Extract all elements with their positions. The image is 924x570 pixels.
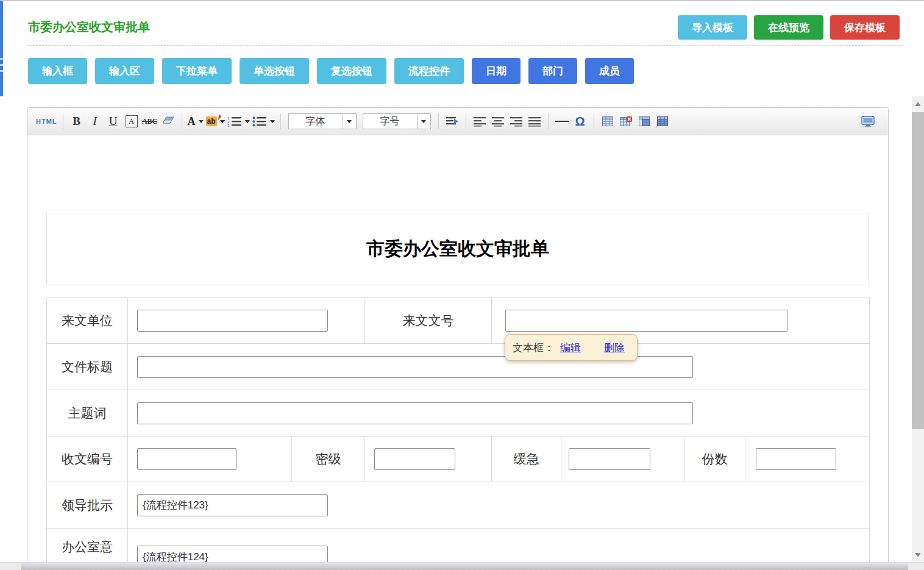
table-properties-icon bbox=[657, 116, 668, 126]
horizontal-rule-button[interactable] bbox=[554, 112, 570, 130]
vertical-scrollbar-thumb[interactable] bbox=[912, 112, 924, 429]
cell-properties-icon bbox=[639, 116, 650, 126]
online-preview-button[interactable]: 在线预览 bbox=[754, 15, 823, 40]
table-row: 收文编号 密级 缓急 份数 bbox=[47, 436, 870, 482]
omega-icon: Ω bbox=[575, 115, 585, 129]
source-code-button[interactable]: HTML bbox=[36, 112, 57, 130]
fullscreen-button[interactable] bbox=[860, 112, 876, 130]
dropdown-caret-icon bbox=[245, 120, 250, 123]
special-char-button[interactable]: Ω bbox=[572, 112, 588, 130]
font-color-icon: A bbox=[188, 115, 196, 128]
copies-input[interactable] bbox=[756, 448, 836, 470]
underline-button[interactable]: U bbox=[105, 112, 121, 130]
widget-toolbox: 输入框 输入区 下拉菜单 单选按钮 复选按钮 流程控件 日期 部门 成员 bbox=[28, 58, 634, 84]
unordered-list-button[interactable] bbox=[252, 112, 275, 130]
indent-icon bbox=[446, 116, 459, 127]
underline-icon: U bbox=[109, 115, 118, 128]
sidebar-edge-mark bbox=[0, 64, 3, 66]
arrow-up-icon bbox=[915, 102, 921, 106]
table-row: 领导批示 bbox=[47, 482, 870, 529]
secrecy-label: 密级 bbox=[292, 436, 365, 482]
font-size-select[interactable]: 字号 bbox=[363, 113, 431, 129]
toolbox-flow-control-button[interactable]: 流程控件 bbox=[394, 58, 464, 84]
remove-format-button[interactable] bbox=[160, 112, 176, 130]
toolbox-member-button[interactable]: 成员 bbox=[585, 58, 634, 84]
toolbox-textarea-button[interactable]: 输入区 bbox=[95, 58, 154, 84]
fullscreen-icon bbox=[861, 116, 875, 127]
align-center-icon bbox=[491, 116, 505, 127]
horizontal-scrollbar[interactable] bbox=[0, 562, 924, 570]
font-color-button[interactable]: A bbox=[188, 112, 204, 130]
cell-properties-button[interactable] bbox=[636, 112, 652, 130]
delete-table-icon bbox=[620, 116, 632, 126]
editor-canvas[interactable]: 市委办公室收文审批单 来文单位 来文文号 文件标题 主题词 收文 bbox=[27, 135, 888, 570]
arrow-down-icon bbox=[915, 553, 921, 557]
italic-icon: I bbox=[93, 115, 96, 128]
strikethrough-icon: ABC bbox=[142, 117, 157, 126]
align-left-icon bbox=[473, 116, 486, 127]
bold-icon: B bbox=[73, 115, 80, 128]
secrecy-input[interactable] bbox=[374, 448, 455, 470]
toolbox-checkbox-button[interactable]: 复选按钮 bbox=[317, 58, 386, 84]
align-justify-button[interactable] bbox=[527, 112, 542, 130]
sidebar-edge-mark bbox=[0, 70, 3, 72]
align-right-button[interactable] bbox=[508, 112, 524, 130]
italic-button[interactable]: I bbox=[87, 112, 103, 130]
horizontal-scrollbar-thumb[interactable] bbox=[21, 563, 908, 570]
dropdown-caret-icon bbox=[199, 120, 204, 123]
toolbox-dropdown-button[interactable]: 下拉菜单 bbox=[162, 58, 232, 84]
tooltip-delete-link[interactable]: 删除 bbox=[604, 341, 625, 355]
sidebar-edge-mark bbox=[0, 58, 3, 60]
table-row: 文件标题 bbox=[47, 344, 870, 390]
receipt-no-input[interactable] bbox=[137, 448, 236, 470]
delete-table-button[interactable] bbox=[618, 112, 634, 130]
save-template-button[interactable]: 保存模板 bbox=[830, 15, 900, 40]
source-icon: HTML bbox=[36, 118, 57, 125]
doc-no-input[interactable] bbox=[505, 310, 787, 332]
from-unit-label: 来文单位 bbox=[47, 298, 128, 344]
table-properties-button[interactable] bbox=[655, 112, 670, 130]
scroll-down-button[interactable] bbox=[912, 549, 924, 561]
align-center-button[interactable] bbox=[490, 112, 506, 130]
toolbox-radio-button[interactable]: 单选按钮 bbox=[240, 58, 309, 84]
highlight-color-icon: ab bbox=[206, 116, 217, 126]
select-arrow[interactable] bbox=[343, 114, 356, 129]
ordered-list-button[interactable]: 1 2 3 bbox=[227, 112, 250, 130]
toolbox-date-button[interactable]: 日期 bbox=[472, 58, 521, 84]
insert-table-button[interactable] bbox=[600, 112, 616, 130]
highlight-color-button[interactable]: ab bbox=[206, 112, 225, 130]
form-editor-panel: HTML B I U A ABC A ab 1 2 3 bbox=[27, 107, 889, 570]
indent-button[interactable] bbox=[444, 112, 460, 130]
dropdown-caret-icon bbox=[270, 120, 275, 123]
select-arrow[interactable] bbox=[417, 114, 430, 129]
urgency-label: 缓急 bbox=[492, 436, 561, 482]
toolbar-separator bbox=[548, 113, 549, 129]
toolbar-separator bbox=[466, 113, 466, 129]
header-divider bbox=[27, 45, 903, 46]
style-box-icon: A bbox=[126, 115, 138, 127]
toolbar-separator bbox=[594, 113, 594, 129]
align-right-icon bbox=[510, 116, 523, 127]
toolbar-separator bbox=[182, 113, 182, 129]
leader-note-input[interactable] bbox=[137, 494, 328, 516]
table-row: 主题词 bbox=[47, 390, 870, 436]
toolbox-input-box-button[interactable]: 输入框 bbox=[28, 58, 87, 84]
strikethrough-button[interactable]: ABC bbox=[142, 112, 158, 130]
page-header: 市委办公室收文审批单 导入模板 在线预览 保存模板 输入框 输入区 下拉菜单 单… bbox=[27, 1, 903, 98]
style-box-button[interactable]: A bbox=[124, 112, 140, 130]
form-table: 来文单位 来文文号 文件标题 主题词 收文编号 密级 缓急 份数 bbox=[46, 297, 870, 570]
toolbox-department-button[interactable]: 部门 bbox=[528, 58, 577, 84]
urgency-input[interactable] bbox=[569, 448, 650, 470]
font-family-value: 字体 bbox=[289, 115, 343, 128]
font-family-select[interactable]: 字体 bbox=[288, 113, 357, 129]
from-unit-input[interactable] bbox=[137, 310, 328, 332]
bold-button[interactable]: B bbox=[69, 112, 85, 130]
subject-input[interactable] bbox=[137, 402, 693, 424]
align-left-button[interactable] bbox=[472, 112, 488, 130]
import-template-button[interactable]: 导入模板 bbox=[678, 15, 747, 40]
tooltip-edit-link[interactable]: 编辑 bbox=[560, 341, 581, 355]
vertical-scrollbar[interactable] bbox=[912, 96, 924, 562]
align-justify-icon bbox=[528, 116, 541, 127]
toolbar-separator bbox=[63, 113, 63, 129]
scroll-up-button[interactable] bbox=[912, 98, 924, 110]
